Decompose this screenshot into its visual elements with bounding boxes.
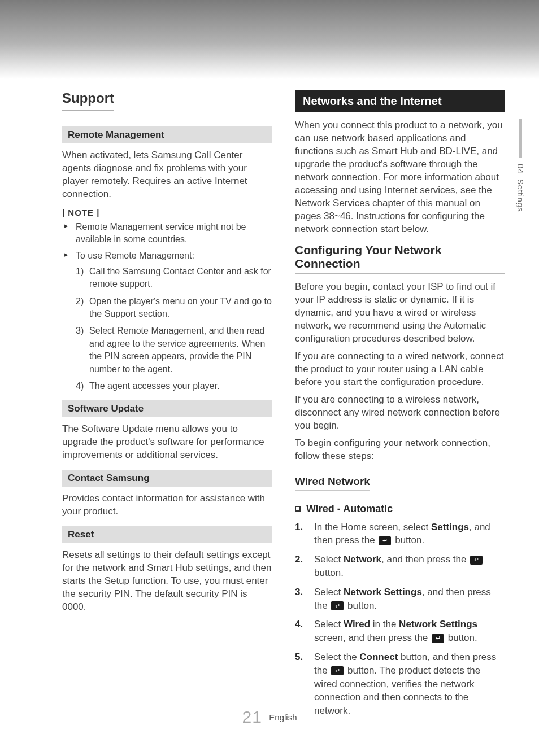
note-label: | NOTE | xyxy=(62,208,272,217)
remote-management-steps: Call the Samsung Contact Center and ask … xyxy=(62,265,272,393)
networks-intro: When you connect this product to a netwo… xyxy=(295,119,505,235)
contact-samsung-body: Provides contact information for assista… xyxy=(62,492,272,518)
rm-step: Open the player's menu on your TV and go… xyxy=(76,295,272,321)
contact-samsung-heading: Contact Samsung xyxy=(62,470,272,487)
square-bullet-icon xyxy=(295,506,301,512)
config-p2: If you are connecting to a wired network… xyxy=(295,350,505,389)
enter-icon xyxy=(331,666,344,675)
left-column: Support Remote Management When activated… xyxy=(62,90,272,723)
side-chapter-tab: 04 Settings xyxy=(513,119,528,212)
remote-management-heading: Remote Management xyxy=(62,126,272,143)
enter-icon xyxy=(470,556,483,565)
rm-step: The agent accesses your player. xyxy=(76,380,272,392)
remote-management-body: When activated, lets Samsung Call Center… xyxy=(62,149,272,201)
page-footer: 21 English xyxy=(0,707,539,727)
software-update-heading: Software Update xyxy=(62,400,272,417)
step-1: In the Home screen, select Settings, and… xyxy=(295,521,505,548)
side-tab-bar xyxy=(519,119,522,158)
enter-icon xyxy=(379,536,391,545)
config-p3: If you are connecting to a wireless netw… xyxy=(295,394,505,432)
side-tab-title: Settings xyxy=(516,179,525,212)
wired-automatic-label: Wired - Automatic xyxy=(306,503,393,515)
side-tab-chapter: 04 xyxy=(516,164,525,174)
page-number: 21 xyxy=(242,707,262,726)
reset-heading: Reset xyxy=(62,526,272,543)
note-item: Remote Management service might not be a… xyxy=(64,221,272,246)
page-language: English xyxy=(269,713,297,722)
config-p1: Before you begin, contact your ISP to fi… xyxy=(295,281,505,346)
step-3: Select Network Settings, and then press … xyxy=(295,585,505,613)
reset-body: Resets all settings to their default set… xyxy=(62,549,272,614)
note-item: To use Remote Management: xyxy=(64,250,272,262)
step-4: Select Wired in the Network Settings scr… xyxy=(295,618,505,645)
rm-step: Select Remote Management, and then read … xyxy=(76,325,272,375)
wired-network-heading: Wired Network xyxy=(295,475,370,491)
configuring-heading: Configuring Your Network Connection xyxy=(295,243,505,274)
right-column: Networks and the Internet When you conne… xyxy=(295,90,505,723)
wired-automatic-bullet: Wired - Automatic xyxy=(295,503,505,515)
note-list: Remote Management service might not be a… xyxy=(62,221,272,262)
config-p4: To begin configuring your network connec… xyxy=(295,437,505,463)
software-update-body: The Software Update menu allows you to u… xyxy=(62,423,272,462)
networks-heading: Networks and the Internet xyxy=(295,90,505,112)
enter-icon xyxy=(331,601,344,610)
wired-auto-steps: In the Home screen, select Settings, and… xyxy=(295,521,505,718)
rm-step: Call the Samsung Contact Center and ask … xyxy=(76,265,272,291)
support-heading: Support xyxy=(62,90,114,111)
enter-icon xyxy=(432,634,444,643)
top-gradient xyxy=(0,0,539,79)
side-tab-label: 04 Settings xyxy=(516,164,525,212)
step-2: Select Network, and then press the butto… xyxy=(295,553,505,580)
page-content: Support Remote Management When activated… xyxy=(62,90,505,733)
